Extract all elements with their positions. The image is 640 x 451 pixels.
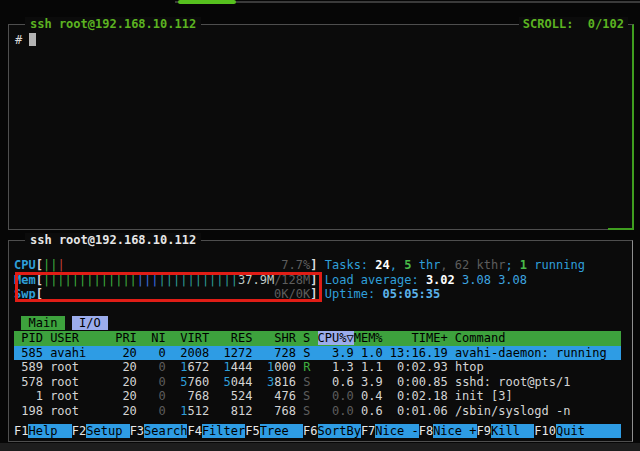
column-header-shr[interactable]: SHR bbox=[260, 331, 296, 345]
video-progress-bar bbox=[178, 0, 236, 4]
shell-prompt-line[interactable]: # bbox=[15, 33, 36, 47]
process-row[interactable]: 578 root 20 0 5760 5044 3816 S 0.6 3.9 0… bbox=[14, 375, 626, 390]
screen-bottom-strip bbox=[0, 443, 640, 451]
blank-line bbox=[14, 302, 626, 317]
fkey-f2[interactable]: F2Setup bbox=[72, 424, 130, 438]
process-table-header: PID USER PRI NI VIRT RES SHR S CPU%▽MEM%… bbox=[14, 331, 621, 346]
mem-meter: Mem[|||||||||||||||||||||||||||37.9M/128… bbox=[14, 273, 626, 288]
scroll-indicator: SCROLL: 0/102 bbox=[519, 17, 628, 31]
function-key-bar: F1Help F2Setup F3SearchF4FilterF5Tree F6… bbox=[14, 424, 621, 438]
cpu-meter: CPU[||| 7.7%] Tasks: 24, 5 thr, 62 kthr;… bbox=[14, 258, 626, 273]
shell-pane: ssh root@192.168.10.112 SCROLL: 0/102 # bbox=[8, 24, 634, 230]
column-header-ni[interactable]: NI bbox=[144, 331, 166, 345]
swp-meter: Swp[ 0K/0K] Uptime: 05:05:35 bbox=[14, 287, 626, 302]
fkey-f8[interactable]: F8Nice + bbox=[419, 424, 477, 438]
process-row[interactable]: 589 root 20 0 1672 1444 1000 R 1.3 1.1 0… bbox=[14, 360, 626, 375]
fkey-f4[interactable]: F4Filter bbox=[187, 424, 245, 438]
column-header-user[interactable]: USER bbox=[50, 331, 115, 345]
fkey-f9[interactable]: F9Kill bbox=[477, 424, 535, 438]
column-header-pri[interactable]: PRI bbox=[115, 331, 137, 345]
fkey-f5[interactable]: F5Tree bbox=[245, 424, 303, 438]
column-header-cpu[interactable]: CPU%▽ bbox=[318, 331, 354, 345]
column-header-cmd[interactable]: Command bbox=[455, 331, 506, 345]
process-row[interactable]: 198 root 20 0 1512 812 768 S 0.0 0.6 0:0… bbox=[14, 404, 626, 419]
shell-pane-title: ssh root@192.168.10.112 bbox=[25, 17, 201, 31]
process-row[interactable]: 1 root 20 0 768 524 476 S 0.0 0.4 0:02.1… bbox=[14, 389, 626, 404]
active-pane-border-marker bbox=[608, 228, 634, 230]
video-progress-track bbox=[175, 1, 640, 3]
column-header-time[interactable]: TIME+ bbox=[390, 331, 448, 345]
fkey-f10[interactable]: F10Quit bbox=[534, 424, 621, 438]
htop-pane-title: ssh root@192.168.10.112 bbox=[25, 233, 201, 247]
column-header-mem[interactable]: MEM% bbox=[354, 331, 383, 345]
fkey-f1[interactable]: F1Help bbox=[14, 424, 72, 438]
column-header-pid[interactable]: PID bbox=[14, 331, 43, 345]
fkey-f3[interactable]: F3Search bbox=[130, 424, 188, 438]
fkey-f6[interactable]: F6SortBy bbox=[303, 424, 361, 438]
tab-main[interactable]: Main bbox=[21, 316, 64, 330]
tab-io[interactable]: I/O bbox=[72, 316, 108, 330]
column-header-virt[interactable]: VIRT bbox=[173, 331, 209, 345]
htop-screen: CPU[||| 7.7%] Tasks: 24, 5 thr, 62 kthr;… bbox=[14, 258, 626, 419]
process-row[interactable]: 585 avahi 20 0 2008 1272 728 S 3.9 1.0 1… bbox=[14, 346, 621, 361]
htop-tab-bar: Main I/O bbox=[14, 316, 626, 331]
shell-prompt: # bbox=[15, 33, 22, 47]
terminal-cursor bbox=[29, 33, 36, 46]
htop-pane: ssh root@192.168.10.112 CPU[||| 7.7%] Ta… bbox=[8, 240, 633, 442]
column-header-res[interactable]: RES bbox=[216, 331, 252, 345]
fkey-f7[interactable]: F7Nice - bbox=[361, 424, 419, 438]
